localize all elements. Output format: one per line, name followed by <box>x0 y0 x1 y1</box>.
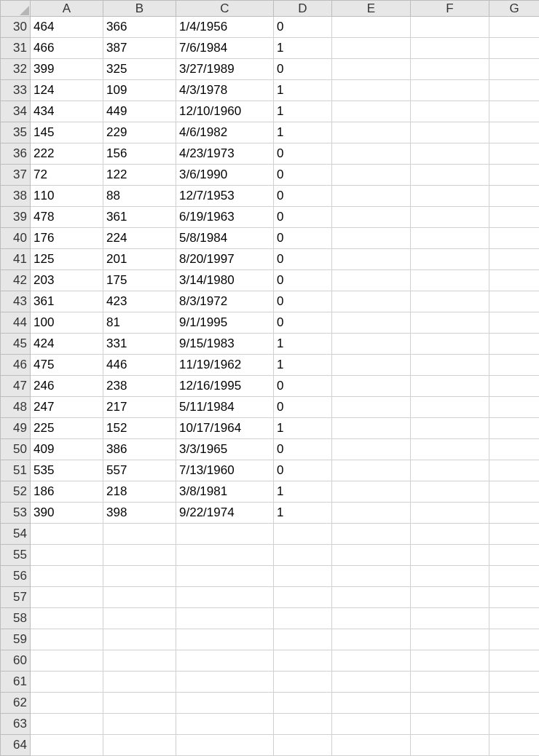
cell-G31[interactable] <box>489 38 540 59</box>
cell-A31[interactable]: 466 <box>31 38 103 59</box>
cell-B60[interactable] <box>103 650 176 672</box>
cell-E59[interactable] <box>332 629 411 650</box>
cell-G48[interactable] <box>489 397 540 418</box>
cell-A57[interactable] <box>31 587 103 608</box>
cell-F48[interactable] <box>411 397 489 418</box>
cell-B53[interactable]: 398 <box>103 503 176 524</box>
cell-A39[interactable]: 478 <box>31 207 103 228</box>
cell-A49[interactable]: 225 <box>31 418 103 439</box>
cell-F35[interactable] <box>411 122 489 143</box>
cell-C60[interactable] <box>176 650 274 672</box>
cell-D52[interactable]: 1 <box>274 481 332 503</box>
cell-E63[interactable] <box>332 714 411 735</box>
cell-B33[interactable]: 109 <box>103 80 176 101</box>
cell-C48[interactable]: 5/11/1984 <box>176 397 274 418</box>
cell-F60[interactable] <box>411 650 489 672</box>
cell-D40[interactable]: 0 <box>274 228 332 249</box>
cell-C33[interactable]: 4/3/1978 <box>176 80 274 101</box>
col-header-C[interactable]: C <box>176 1 274 17</box>
cell-E62[interactable] <box>332 693 411 714</box>
cell-F46[interactable] <box>411 355 489 376</box>
cell-B35[interactable]: 229 <box>103 122 176 143</box>
cell-A47[interactable]: 246 <box>31 376 103 397</box>
cell-A35[interactable]: 145 <box>31 122 103 143</box>
cell-C40[interactable]: 5/8/1984 <box>176 228 274 249</box>
cell-C43[interactable]: 8/3/1972 <box>176 291 274 312</box>
cell-E44[interactable] <box>332 312 411 334</box>
cell-B56[interactable] <box>103 566 176 587</box>
cell-E46[interactable] <box>332 355 411 376</box>
cell-C54[interactable] <box>176 524 274 545</box>
cell-F50[interactable] <box>411 439 489 460</box>
row-header[interactable]: 52 <box>1 481 31 503</box>
cell-G53[interactable] <box>489 503 540 524</box>
row-header[interactable]: 53 <box>1 503 31 524</box>
cell-D59[interactable] <box>274 629 332 650</box>
cell-E30[interactable] <box>332 17 411 38</box>
cell-F38[interactable] <box>411 186 489 207</box>
row-header[interactable]: 31 <box>1 38 31 59</box>
cell-D32[interactable]: 0 <box>274 59 332 80</box>
row-header[interactable]: 38 <box>1 186 31 207</box>
cell-A58[interactable] <box>31 608 103 629</box>
cell-B43[interactable]: 423 <box>103 291 176 312</box>
cell-B64[interactable] <box>103 735 176 756</box>
cell-D60[interactable] <box>274 650 332 672</box>
cell-C30[interactable]: 1/4/1956 <box>176 17 274 38</box>
cell-G36[interactable] <box>489 143 540 165</box>
cell-C59[interactable] <box>176 629 274 650</box>
cell-C37[interactable]: 3/6/1990 <box>176 165 274 186</box>
cell-F39[interactable] <box>411 207 489 228</box>
cell-B59[interactable] <box>103 629 176 650</box>
row-header[interactable]: 30 <box>1 17 31 38</box>
col-header-A[interactable]: A <box>31 1 103 17</box>
cell-D41[interactable]: 0 <box>274 249 332 270</box>
cell-D45[interactable]: 1 <box>274 334 332 355</box>
cell-E57[interactable] <box>332 587 411 608</box>
cell-A61[interactable] <box>31 672 103 693</box>
row-header[interactable]: 37 <box>1 165 31 186</box>
cell-E37[interactable] <box>332 165 411 186</box>
cell-F41[interactable] <box>411 249 489 270</box>
cell-E56[interactable] <box>332 566 411 587</box>
cell-C44[interactable]: 9/1/1995 <box>176 312 274 334</box>
cell-E34[interactable] <box>332 101 411 122</box>
cell-F63[interactable] <box>411 714 489 735</box>
cell-C63[interactable] <box>176 714 274 735</box>
cell-D49[interactable]: 1 <box>274 418 332 439</box>
cell-F55[interactable] <box>411 545 489 566</box>
cell-A56[interactable] <box>31 566 103 587</box>
cell-G45[interactable] <box>489 334 540 355</box>
cell-E58[interactable] <box>332 608 411 629</box>
cell-E51[interactable] <box>332 460 411 481</box>
cell-F57[interactable] <box>411 587 489 608</box>
cell-C56[interactable] <box>176 566 274 587</box>
cell-A46[interactable]: 475 <box>31 355 103 376</box>
cell-A54[interactable] <box>31 524 103 545</box>
cell-F44[interactable] <box>411 312 489 334</box>
cell-E53[interactable] <box>332 503 411 524</box>
row-header[interactable]: 56 <box>1 566 31 587</box>
col-header-D[interactable]: D <box>274 1 332 17</box>
cell-E52[interactable] <box>332 481 411 503</box>
row-header[interactable]: 58 <box>1 608 31 629</box>
row-header[interactable]: 48 <box>1 397 31 418</box>
cell-D54[interactable] <box>274 524 332 545</box>
row-header[interactable]: 45 <box>1 334 31 355</box>
row-header[interactable]: 36 <box>1 143 31 165</box>
cell-D63[interactable] <box>274 714 332 735</box>
cell-G34[interactable] <box>489 101 540 122</box>
cell-E61[interactable] <box>332 672 411 693</box>
cell-F53[interactable] <box>411 503 489 524</box>
cell-D44[interactable]: 0 <box>274 312 332 334</box>
cell-B34[interactable]: 449 <box>103 101 176 122</box>
cell-D56[interactable] <box>274 566 332 587</box>
cell-G50[interactable] <box>489 439 540 460</box>
cell-D42[interactable]: 0 <box>274 270 332 291</box>
cell-D55[interactable] <box>274 545 332 566</box>
cell-D58[interactable] <box>274 608 332 629</box>
cell-C32[interactable]: 3/27/1989 <box>176 59 274 80</box>
cell-D31[interactable]: 1 <box>274 38 332 59</box>
cell-D48[interactable]: 0 <box>274 397 332 418</box>
cell-A45[interactable]: 424 <box>31 334 103 355</box>
